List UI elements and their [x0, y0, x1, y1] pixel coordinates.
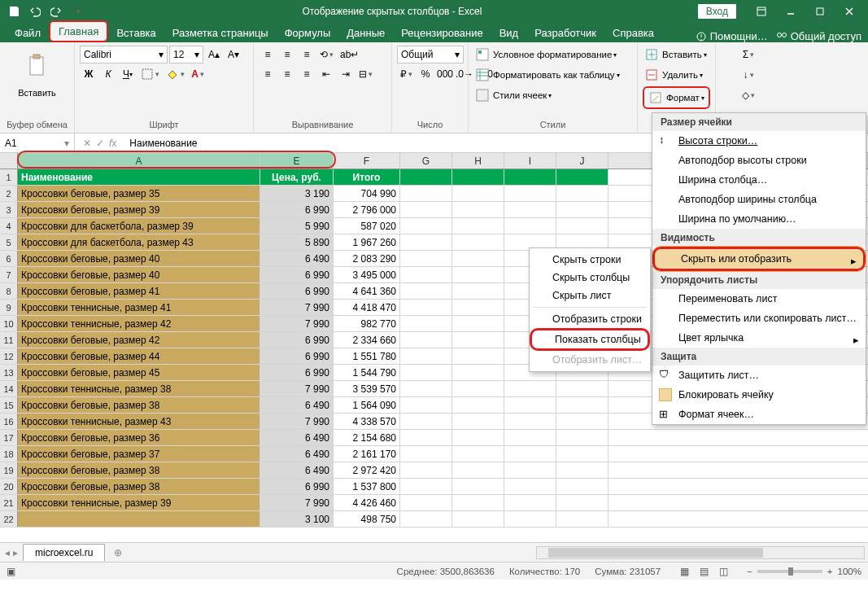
align-middle-icon[interactable]: ≡: [278, 46, 296, 63]
page-break-icon[interactable]: ◫: [714, 563, 732, 580]
row-header[interactable]: 7: [0, 267, 18, 282]
maximize-icon[interactable]: [806, 2, 834, 20]
table-row[interactable]: 22 3 100 498 750: [0, 511, 868, 528]
currency-icon[interactable]: ₽: [397, 65, 415, 83]
row-header[interactable]: 10: [0, 316, 18, 331]
align-left-icon[interactable]: ≡: [259, 65, 277, 83]
orientation-icon[interactable]: ⟲: [317, 46, 336, 63]
number-format[interactable]: Общий▾: [397, 46, 464, 63]
decrease-font-icon[interactable]: A▾: [225, 46, 242, 63]
clear-icon[interactable]: ◇: [721, 86, 776, 104]
row-height[interactable]: ↕Высота строки…: [652, 131, 866, 151]
row-header[interactable]: 6: [0, 251, 18, 266]
tab-review[interactable]: Рецензирование: [393, 24, 491, 42]
redo-icon[interactable]: [47, 2, 65, 20]
increase-font-icon[interactable]: A▴: [205, 46, 223, 63]
merge-icon[interactable]: ⊟: [356, 65, 375, 83]
row-header[interactable]: 16: [0, 414, 18, 429]
underline-button[interactable]: Ч▾: [119, 65, 137, 83]
login-button[interactable]: Вход: [698, 4, 736, 19]
row-header[interactable]: 14: [0, 381, 18, 396]
tab-formulas[interactable]: Формулы: [277, 24, 339, 42]
zoom-slider[interactable]: −+ 100%: [747, 567, 861, 576]
row-header[interactable]: 20: [0, 479, 18, 494]
align-bottom-icon[interactable]: ≡: [298, 46, 316, 63]
align-top-icon[interactable]: ≡: [259, 46, 277, 63]
table-row[interactable]: 18 Кроссовки беговые, размер 37 6 490 2 …: [0, 446, 868, 462]
minimize-icon[interactable]: [777, 2, 805, 20]
default-width[interactable]: Ширина по умолчанию…: [652, 209, 866, 229]
unhide-rows[interactable]: Отобразить строки: [530, 310, 650, 328]
enter-formula-icon[interactable]: ✓: [96, 138, 104, 149]
row-header[interactable]: 2: [0, 186, 18, 201]
cond-format-button[interactable]: [473, 46, 491, 63]
sheet-nav-first[interactable]: ◂: [5, 547, 10, 558]
tab-file[interactable]: Файл: [7, 24, 49, 42]
col-width[interactable]: Ширина столбца…: [652, 170, 866, 190]
col-e[interactable]: E: [260, 153, 334, 169]
rename-sheet[interactable]: Переименовать лист: [652, 289, 866, 309]
hscrollbar[interactable]: [536, 546, 865, 559]
autofit-row[interactable]: Автоподбор высоты строки: [652, 151, 866, 170]
name-box[interactable]: A1▾: [0, 134, 75, 152]
qat-customize[interactable]: [68, 2, 86, 20]
zoom-value[interactable]: 100%: [838, 567, 861, 576]
autosum-icon[interactable]: Σ: [721, 46, 776, 63]
tab-layout[interactable]: Разметка страницы: [164, 24, 277, 42]
col-g[interactable]: G: [400, 153, 452, 169]
bold-button[interactable]: Ж: [80, 65, 98, 83]
record-macro-icon[interactable]: ▣: [7, 566, 15, 577]
table-row[interactable]: 21 Кроссовки теннисные, размер 39 7 990 …: [0, 495, 868, 511]
row-header[interactable]: 8: [0, 283, 18, 299]
font-name[interactable]: Calibri▾: [80, 46, 168, 63]
tab-view[interactable]: Вид: [491, 24, 527, 42]
row-header[interactable]: 5: [0, 234, 18, 250]
row-header[interactable]: 15: [0, 397, 18, 413]
indent-inc-icon[interactable]: ⇥: [337, 65, 355, 83]
ribbon-options-icon[interactable]: [748, 2, 775, 20]
tab-insert[interactable]: Вставка: [108, 24, 164, 42]
row-header[interactable]: 18: [0, 446, 18, 462]
add-sheet-icon[interactable]: ⊕: [110, 547, 126, 558]
share-button[interactable]: Общий доступ: [776, 30, 861, 42]
col-f[interactable]: F: [334, 153, 400, 169]
tab-data[interactable]: Данные: [338, 24, 393, 42]
page-layout-icon[interactable]: ▤: [695, 563, 713, 580]
tab-color[interactable]: Цвет ярлычка▸: [652, 328, 866, 348]
tab-help[interactable]: Справка: [604, 24, 662, 42]
font-size[interactable]: 12▾: [169, 46, 203, 63]
lock-cell[interactable]: Блокировать ячейку: [652, 385, 866, 405]
select-all-corner[interactable]: [0, 153, 18, 169]
comma-icon[interactable]: 000: [436, 65, 454, 83]
hide-show-item[interactable]: Скрыть или отобразить▸: [652, 247, 866, 271]
col-h[interactable]: H: [452, 153, 504, 169]
percent-icon[interactable]: %: [417, 65, 434, 83]
sheet-tab-active[interactable]: microexcel.ru: [23, 544, 105, 561]
autofit-col[interactable]: Автоподбор ширины столбца: [652, 190, 866, 209]
tell-me[interactable]: Помощни…: [696, 30, 768, 42]
row-header[interactable]: 22: [0, 511, 18, 527]
close-icon[interactable]: [835, 2, 863, 20]
hide-rows[interactable]: Скрыть строки: [530, 251, 650, 269]
table-row[interactable]: 20 Кроссовки беговые, размер 38 6 990 1 …: [0, 479, 868, 495]
cell-styles-button[interactable]: [473, 86, 491, 104]
row-header[interactable]: 12: [0, 348, 18, 364]
protect-sheet[interactable]: 🛡Защитить лист…: [652, 366, 866, 385]
cancel-formula-icon[interactable]: ✕: [83, 138, 91, 149]
wrap-text-icon[interactable]: ab↵: [338, 46, 361, 63]
unhide-cols[interactable]: Показать столбцы: [530, 328, 650, 351]
format-cells-item[interactable]: ⊞Формат ячеек…: [652, 405, 866, 424]
fill-color-button[interactable]: [164, 65, 187, 83]
tab-home[interactable]: Главная: [49, 20, 108, 42]
delete-cells-button[interactable]: [643, 66, 661, 84]
tab-developer[interactable]: Разработчик: [526, 24, 604, 42]
col-i[interactable]: I: [504, 153, 556, 169]
save-icon[interactable]: [5, 2, 23, 20]
hide-cols[interactable]: Скрыть столбцы: [530, 269, 650, 287]
normal-view-icon[interactable]: ▦: [675, 563, 693, 580]
fx-icon[interactable]: fx: [109, 138, 116, 149]
sheet-nav-last[interactable]: ▸: [13, 547, 18, 558]
row-header[interactable]: 9: [0, 300, 18, 315]
row-header[interactable]: 13: [0, 365, 18, 380]
italic-button[interactable]: К: [99, 65, 117, 83]
